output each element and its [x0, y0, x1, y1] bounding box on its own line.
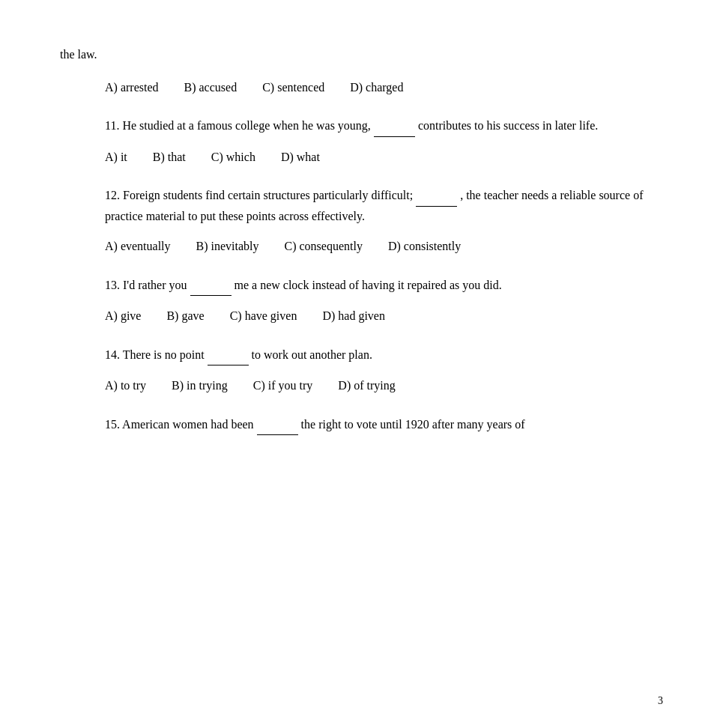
q10-options: A) arrested B) accused C) sentenced D) c… [105, 78, 648, 97]
option-c: C) if you try [253, 379, 313, 392]
option-b: B) gave [166, 309, 204, 322]
option-a: A) arrested [105, 81, 159, 94]
question-15: 15. American women had been the right to… [60, 415, 648, 435]
option-a: A) to try [105, 379, 146, 392]
option-c: C) sentenced [262, 81, 324, 94]
blank-11 [374, 116, 415, 136]
q12-options: A) eventually B) inevitably C) consequen… [105, 237, 648, 256]
page-number: 3 [658, 695, 663, 707]
option-d: D) charged [350, 81, 403, 94]
option-b: B) inevitably [196, 240, 259, 252]
question-12-text: 12. Foreign students find certain struct… [105, 186, 648, 226]
option-b: B) accused [184, 81, 237, 94]
question-13-text: 13. I'd rather you me a new clock instea… [105, 276, 648, 296]
blank-12 [416, 186, 457, 206]
option-c: C) have given [230, 309, 297, 322]
blank-13 [190, 276, 232, 296]
option-a: A) it [105, 151, 127, 163]
blank-14 [208, 345, 249, 365]
question-14: 14. There is no point to work out anothe… [60, 345, 648, 395]
option-b: B) in trying [172, 379, 228, 392]
question-13: 13. I'd rather you me a new clock instea… [60, 276, 648, 326]
option-d: D) consistently [388, 240, 461, 252]
option-d: D) had given [322, 309, 385, 322]
q14-options: A) to try B) in trying C) if you try D) … [105, 376, 648, 395]
option-b: B) that [153, 151, 186, 163]
question-11-text: 11. He studied at a famous college when … [105, 116, 648, 136]
option-c: C) which [211, 151, 255, 163]
question-14-text: 14. There is no point to work out anothe… [105, 345, 648, 365]
blank-15 [257, 415, 298, 435]
question-12: 12. Foreign students find certain struct… [60, 186, 648, 255]
q13-options: A) give B) gave C) have given D) had giv… [105, 306, 648, 326]
option-d: D) of trying [338, 379, 395, 392]
option-a: A) give [105, 309, 141, 322]
option-c: C) consequently [285, 240, 363, 252]
page-content: the law. A) arrested B) accused C) sente… [0, 0, 708, 728]
q11-options: A) it B) that C) which D) what [105, 148, 648, 167]
option-a: A) eventually [105, 240, 171, 252]
intro-text: the law. [60, 45, 648, 64]
question-15-text: 15. American women had been the right to… [105, 415, 648, 435]
option-d: D) what [281, 151, 320, 163]
question-11: 11. He studied at a famous college when … [60, 116, 648, 166]
